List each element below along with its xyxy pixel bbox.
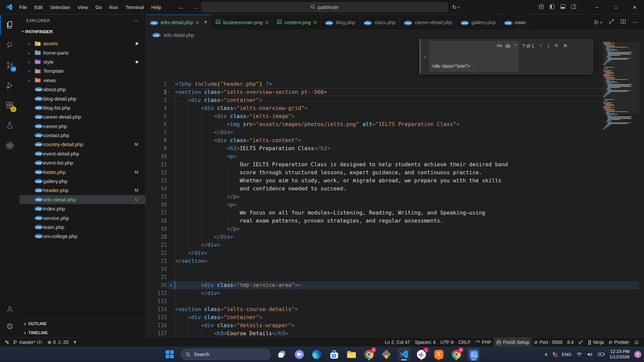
code-line-116[interactable]: 116<div class="details-wrapper"> [146, 321, 644, 329]
taskbar-app-microsoft-store[interactable] [328, 348, 340, 361]
code-line-113[interactable]: 113 [146, 297, 644, 305]
status-live-server-port[interactable]: ⊘Port : 5500 [532, 338, 565, 347]
taskbar-app-xampp[interactable]: X [432, 348, 445, 361]
activity-search[interactable] [0, 35, 19, 55]
status-remote-icon[interactable]: >< [3, 338, 10, 347]
sidebar-item-country-detail-php[interactable]: phpcountry-detail.phpM [19, 140, 146, 149]
activity-accounts[interactable] [0, 300, 19, 318]
code-line-3[interactable]: 3<div class="container"> [146, 96, 644, 104]
code-line-2[interactable]: 2<section class="ielts-overview-section … [146, 88, 644, 96]
code-line-14[interactable]: 14and confidence needed to succeed. [146, 185, 644, 193]
code-line-24[interactable]: 24 [146, 265, 644, 273]
taskbar-app-task-view[interactable] [275, 348, 288, 361]
status-cursor-position[interactable]: Ln 2, Col 47 [382, 338, 413, 347]
code-line-19[interactable]: 19</p> [146, 225, 644, 233]
find-in-selection-icon[interactable]: ≡ [555, 43, 558, 74]
sidebar-item-uni-college-php[interactable]: phpuni-college.php [19, 232, 146, 241]
code-line-23[interactable]: 23</section> [146, 257, 644, 265]
toggle-replace-icon[interactable]: › [421, 39, 429, 74]
minimap[interactable] [603, 42, 639, 130]
sidebar-item-event-detail-php[interactable]: phpevent-detail.php [19, 149, 146, 158]
clock[interactable]: 12:23 PM1/12/2026 [609, 349, 630, 360]
minimize-button[interactable]: ─ [588, 0, 606, 14]
toggle-panel-icon[interactable] [560, 4, 566, 11]
taskbar-search[interactable]: Search [181, 349, 271, 360]
wifi-icon[interactable] [576, 352, 582, 357]
code-line-12[interactable]: 12score through structured lessons, expe… [146, 169, 644, 177]
run-file-icon[interactable]: ∨ [594, 19, 602, 25]
sidebar-item-about-php[interactable]: phpabout.php [19, 85, 146, 94]
code-editor[interactable]: 1<?php include("header.php") ?>2<section… [146, 41, 644, 337]
taskbar-app-slack[interactable]: 1 [415, 348, 428, 361]
sidebar-item-ielts-detail-php[interactable]: phpielts-detail.phpU [19, 195, 146, 204]
sync-button[interactable]: ↻∨ [452, 0, 460, 14]
activity-react-extension[interactable] [0, 135, 19, 156]
code-line-25[interactable]: 25 [146, 273, 644, 281]
activity-run-and-debug[interactable] [0, 75, 19, 95]
code-line-13[interactable]: 13Whether you aim to study, work, or mig… [146, 177, 644, 185]
status-license-key[interactable] [576, 338, 586, 347]
sidebar-item-blog-list-php[interactable]: phpblog-list.php [19, 103, 146, 112]
status-finish-setup[interactable]: Finish Setup [494, 338, 532, 347]
close-find-icon[interactable]: ✕ [563, 43, 567, 74]
code-line-7[interactable]: 7</div> [146, 128, 644, 136]
update-sync-icon[interactable]: ↻ [552, 351, 557, 358]
tab-coun[interactable]: phpcoun [500, 15, 530, 29]
status-lightning-icon[interactable] [71, 338, 79, 347]
sidebar-item-event-list-php[interactable]: phpevent-list.php [19, 158, 146, 167]
more-actions-icon[interactable]: ⋯ [632, 19, 638, 26]
code-line-20[interactable]: 20</div> [146, 233, 644, 241]
tab-blog-php[interactable]: phpblog.php [321, 15, 360, 29]
code-line-9[interactable]: 9<h2>IELTS Preparation Class</h2> [146, 144, 644, 153]
code-line-17[interactable]: 17We focus on all four modules—Listening… [146, 209, 644, 217]
sidebar-item-contact-php[interactable]: phpcontact.php [19, 131, 146, 140]
code-line-16[interactable]: 16<p> [146, 201, 644, 209]
maximize-button[interactable]: □ [606, 0, 625, 14]
panel-timeline[interactable]: ›TIMELINE [19, 328, 146, 337]
taskbar-app-start[interactable] [163, 348, 176, 361]
whole-word-icon[interactable]: ab [505, 42, 510, 49]
tab-ielts-detail-php[interactable]: phpielts-detail.phpU× [146, 15, 211, 29]
activity-explorer[interactable] [0, 15, 19, 35]
code-line-22[interactable]: 22</div> [146, 249, 644, 257]
sidebar-item-index-php[interactable]: phpindex.php [19, 204, 146, 213]
code-line-114[interactable]: 114<section class="ielts-course-details"… [146, 305, 644, 313]
status-errors-icon[interactable]: ⊗0⚠20 [45, 338, 71, 347]
sidebar-item-career-detail-php[interactable]: phpcareer-detail.php [19, 112, 146, 121]
code-line-10[interactable]: 10<p> [146, 153, 644, 161]
code-line-18[interactable]: 18real exam patterns, proven strategies,… [146, 217, 644, 225]
tab-career-detail-php[interactable]: phpcareer-detail.php [400, 15, 457, 29]
code-line-1[interactable]: 1<?php include("header.php") ?> [146, 80, 644, 88]
menu-help[interactable]: Help [148, 5, 165, 10]
code-line-5[interactable]: 5<div class="ielts-image"> [146, 112, 644, 120]
previous-match-icon[interactable]: ↑ [539, 43, 542, 74]
menu-terminal[interactable]: Terminal [122, 5, 148, 10]
customize-layout-icon[interactable] [539, 4, 544, 11]
status-indentation[interactable]: Spaces: 4 [413, 338, 438, 347]
minimap-slider[interactable] [603, 42, 639, 114]
activity-settings[interactable]: ⚙ [0, 318, 19, 335]
volume-icon[interactable] [587, 352, 593, 357]
status-ninja[interactable]: ||Ninja [586, 338, 606, 347]
sidebar-item-Template[interactable]: ›Template [19, 66, 146, 75]
status-notifications-bell[interactable] [632, 338, 641, 347]
sidebar-item-career-php[interactable]: phpcareer.php [19, 122, 146, 131]
taskbar-app-chrome[interactable]: R [363, 348, 375, 361]
toggle-primary-sidebar-icon[interactable] [549, 4, 555, 11]
views-more-actions-icon[interactable]: ⋯ [133, 18, 139, 24]
command-center-search[interactable]: pathfinder [201, 2, 448, 12]
tray-chevron-up-icon[interactable]: ∧ [544, 352, 548, 357]
taskbar-app-edge[interactable] [310, 348, 323, 361]
activity-testing[interactable] [0, 115, 19, 135]
compare-changes-icon[interactable] [609, 19, 614, 25]
tab-gallery-php[interactable]: phpgallery.php [457, 15, 500, 29]
fold-chevron-icon[interactable]: › [167, 281, 175, 289]
activity-source-control[interactable]: 19 [0, 55, 19, 75]
status-eol[interactable]: CRLF [456, 338, 473, 347]
code-line-117[interactable]: 117<h3>Course Details</h3> [146, 329, 644, 337]
menu-file[interactable]: File [15, 5, 31, 10]
code-line-8[interactable]: 8<div class="ielts-content"> [146, 136, 644, 144]
notification-count-badge[interactable]: 8 [634, 351, 641, 358]
sidebar-item-views[interactable]: ›<>views [19, 76, 146, 85]
status-language-mode[interactable]: PHP [473, 338, 494, 347]
